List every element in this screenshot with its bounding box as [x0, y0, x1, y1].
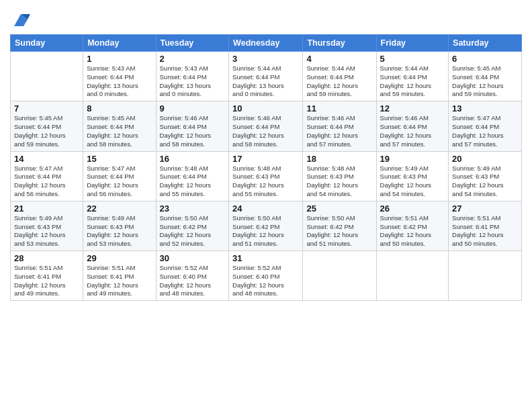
day-number: 15 — [87, 154, 152, 164]
logo-icon — [11, 10, 30, 29]
day-number: 22 — [87, 203, 152, 214]
day-number: 26 — [380, 203, 445, 214]
weekday-header-row: SundayMondayTuesdayWednesdayThursdayFrid… — [11, 35, 522, 52]
calendar-cell: 3Sunrise: 5:44 AM Sunset: 6:44 PM Daylig… — [229, 52, 303, 101]
calendar-cell: 18Sunrise: 5:48 AM Sunset: 6:43 PM Dayli… — [303, 151, 376, 201]
day-info: Sunrise: 5:51 AM Sunset: 6:41 PM Dayligh… — [87, 264, 152, 298]
day-info: Sunrise: 5:44 AM Sunset: 6:44 PM Dayligh… — [380, 64, 445, 99]
day-info: Sunrise: 5:46 AM Sunset: 6:44 PM Dayligh… — [306, 114, 372, 148]
day-number: 9 — [160, 103, 226, 113]
page-header — [10, 7, 522, 29]
day-number: 10 — [232, 103, 299, 113]
calendar-cell: 17Sunrise: 5:48 AM Sunset: 6:43 PM Dayli… — [229, 151, 303, 201]
calendar-cell: 9Sunrise: 5:46 AM Sunset: 6:44 PM Daylig… — [156, 101, 229, 151]
calendar-cell — [449, 251, 522, 301]
calendar-cell: 28Sunrise: 5:51 AM Sunset: 6:41 PM Dayli… — [11, 251, 83, 301]
calendar-cell: 6Sunrise: 5:45 AM Sunset: 6:44 PM Daylig… — [449, 52, 522, 101]
day-number: 21 — [14, 203, 79, 214]
day-number: 2 — [160, 54, 226, 64]
calendar-cell: 7Sunrise: 5:45 AM Sunset: 6:44 PM Daylig… — [11, 101, 83, 151]
day-info: Sunrise: 5:48 AM Sunset: 6:44 PM Dayligh… — [160, 165, 226, 199]
day-info: Sunrise: 5:51 AM Sunset: 6:42 PM Dayligh… — [380, 214, 445, 248]
day-number: 8 — [87, 103, 152, 113]
calendar-week-row: 14Sunrise: 5:47 AM Sunset: 6:44 PM Dayli… — [11, 151, 522, 201]
day-number: 14 — [14, 154, 79, 164]
calendar-cell: 21Sunrise: 5:49 AM Sunset: 6:43 PM Dayli… — [11, 201, 83, 250]
calendar-cell: 1Sunrise: 5:43 AM Sunset: 6:44 PM Daylig… — [83, 52, 156, 101]
day-number: 7 — [14, 103, 79, 113]
calendar-cell: 26Sunrise: 5:51 AM Sunset: 6:42 PM Dayli… — [376, 201, 449, 250]
calendar-cell: 24Sunrise: 5:50 AM Sunset: 6:42 PM Dayli… — [229, 201, 303, 250]
calendar-cell: 19Sunrise: 5:49 AM Sunset: 6:43 PM Dayli… — [376, 151, 449, 201]
day-info: Sunrise: 5:46 AM Sunset: 6:44 PM Dayligh… — [232, 114, 299, 148]
day-number: 24 — [232, 203, 299, 214]
calendar-cell: 2Sunrise: 5:43 AM Sunset: 6:44 PM Daylig… — [156, 52, 229, 101]
day-number: 13 — [452, 103, 518, 113]
calendar-cell: 14Sunrise: 5:47 AM Sunset: 6:44 PM Dayli… — [11, 151, 83, 201]
day-number: 27 — [452, 203, 518, 214]
day-info: Sunrise: 5:45 AM Sunset: 6:44 PM Dayligh… — [14, 114, 79, 148]
calendar-cell: 13Sunrise: 5:47 AM Sunset: 6:44 PM Dayli… — [449, 101, 522, 151]
weekday-header-sunday: Sunday — [11, 35, 83, 52]
weekday-header-monday: Monday — [83, 35, 156, 52]
day-info: Sunrise: 5:49 AM Sunset: 6:43 PM Dayligh… — [452, 165, 518, 199]
calendar-cell: 30Sunrise: 5:52 AM Sunset: 6:40 PM Dayli… — [156, 251, 229, 301]
day-number: 5 — [380, 54, 445, 64]
calendar-cell: 11Sunrise: 5:46 AM Sunset: 6:44 PM Dayli… — [303, 101, 376, 151]
calendar-cell: 23Sunrise: 5:50 AM Sunset: 6:42 PM Dayli… — [156, 201, 229, 250]
day-info: Sunrise: 5:52 AM Sunset: 6:40 PM Dayligh… — [160, 264, 226, 298]
day-info: Sunrise: 5:43 AM Sunset: 6:44 PM Dayligh… — [87, 64, 152, 99]
day-info: Sunrise: 5:51 AM Sunset: 6:41 PM Dayligh… — [14, 264, 79, 298]
calendar-cell: 22Sunrise: 5:49 AM Sunset: 6:43 PM Dayli… — [83, 201, 156, 250]
weekday-header-friday: Friday — [376, 35, 449, 52]
day-number: 17 — [232, 154, 299, 164]
calendar-cell: 29Sunrise: 5:51 AM Sunset: 6:41 PM Dayli… — [83, 251, 156, 301]
calendar-cell — [376, 251, 449, 301]
day-info: Sunrise: 5:47 AM Sunset: 6:44 PM Dayligh… — [452, 114, 518, 148]
day-info: Sunrise: 5:47 AM Sunset: 6:44 PM Dayligh… — [14, 165, 79, 199]
day-number: 23 — [160, 203, 226, 214]
calendar-cell: 8Sunrise: 5:45 AM Sunset: 6:44 PM Daylig… — [83, 101, 156, 151]
calendar-cell — [11, 52, 83, 101]
logo — [10, 10, 30, 29]
calendar-cell: 20Sunrise: 5:49 AM Sunset: 6:43 PM Dayli… — [449, 151, 522, 201]
day-number: 29 — [87, 253, 152, 263]
day-number: 18 — [306, 154, 372, 164]
day-info: Sunrise: 5:49 AM Sunset: 6:43 PM Dayligh… — [87, 214, 152, 248]
calendar-week-row: 21Sunrise: 5:49 AM Sunset: 6:43 PM Dayli… — [11, 201, 522, 250]
day-number: 16 — [160, 154, 226, 164]
day-number: 1 — [87, 54, 152, 64]
weekday-header-wednesday: Wednesday — [229, 35, 303, 52]
calendar-cell: 10Sunrise: 5:46 AM Sunset: 6:44 PM Dayli… — [229, 101, 303, 151]
day-info: Sunrise: 5:47 AM Sunset: 6:44 PM Dayligh… — [87, 165, 152, 199]
calendar-cell: 5Sunrise: 5:44 AM Sunset: 6:44 PM Daylig… — [376, 52, 449, 101]
day-info: Sunrise: 5:49 AM Sunset: 6:43 PM Dayligh… — [14, 214, 79, 248]
calendar-cell — [303, 251, 376, 301]
calendar-week-row: 1Sunrise: 5:43 AM Sunset: 6:44 PM Daylig… — [11, 52, 522, 101]
day-info: Sunrise: 5:49 AM Sunset: 6:43 PM Dayligh… — [380, 165, 445, 199]
day-info: Sunrise: 5:46 AM Sunset: 6:44 PM Dayligh… — [160, 114, 226, 148]
day-info: Sunrise: 5:46 AM Sunset: 6:44 PM Dayligh… — [380, 114, 445, 148]
calendar-cell: 31Sunrise: 5:52 AM Sunset: 6:40 PM Dayli… — [229, 251, 303, 301]
calendar-cell: 4Sunrise: 5:44 AM Sunset: 6:44 PM Daylig… — [303, 52, 376, 101]
calendar-cell: 25Sunrise: 5:50 AM Sunset: 6:42 PM Dayli… — [303, 201, 376, 250]
calendar-cell: 12Sunrise: 5:46 AM Sunset: 6:44 PM Dayli… — [376, 101, 449, 151]
calendar-cell: 27Sunrise: 5:51 AM Sunset: 6:41 PM Dayli… — [449, 201, 522, 250]
weekday-header-tuesday: Tuesday — [156, 35, 229, 52]
day-info: Sunrise: 5:48 AM Sunset: 6:43 PM Dayligh… — [306, 165, 372, 199]
calendar-table: SundayMondayTuesdayWednesdayThursdayFrid… — [10, 34, 522, 301]
weekday-header-thursday: Thursday — [303, 35, 376, 52]
day-number: 12 — [380, 103, 445, 113]
weekday-header-saturday: Saturday — [449, 35, 522, 52]
day-info: Sunrise: 5:48 AM Sunset: 6:43 PM Dayligh… — [232, 165, 299, 199]
day-number: 20 — [452, 154, 518, 164]
calendar-page: SundayMondayTuesdayWednesdayThursdayFrid… — [0, 0, 532, 411]
day-info: Sunrise: 5:44 AM Sunset: 6:44 PM Dayligh… — [232, 64, 299, 99]
calendar-cell: 16Sunrise: 5:48 AM Sunset: 6:44 PM Dayli… — [156, 151, 229, 201]
day-number: 30 — [160, 253, 226, 263]
day-number: 19 — [380, 154, 445, 164]
day-info: Sunrise: 5:45 AM Sunset: 6:44 PM Dayligh… — [452, 64, 518, 99]
calendar-week-row: 7Sunrise: 5:45 AM Sunset: 6:44 PM Daylig… — [11, 101, 522, 151]
calendar-week-row: 28Sunrise: 5:51 AM Sunset: 6:41 PM Dayli… — [11, 251, 522, 301]
day-info: Sunrise: 5:50 AM Sunset: 6:42 PM Dayligh… — [232, 214, 299, 248]
